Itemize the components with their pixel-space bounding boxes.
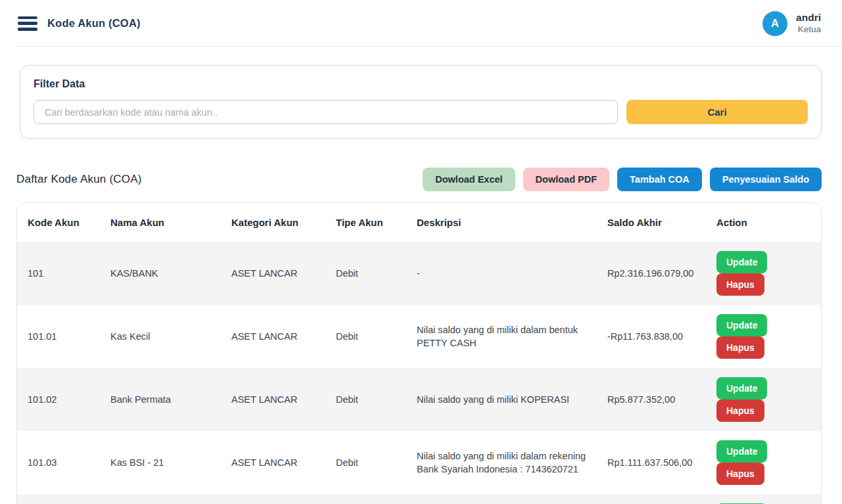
cell-saldo-akhir: Rp1.111.637.506,00 [597, 431, 706, 494]
cell-nama-akun: Kas BSI - 21 [100, 431, 221, 494]
update-button[interactable]: Update [716, 440, 767, 463]
cell-tipe-akun: Debit [325, 368, 406, 431]
cell-kode-akun: 101.04 [17, 494, 100, 504]
download-pdf-button[interactable]: Dowload PDF [523, 168, 609, 191]
cell-tipe-akun: Debit [325, 242, 406, 305]
cell-nama-akun: KAS/BANK [100, 242, 221, 305]
cell-action: Update Hapus [706, 431, 821, 494]
cell-tipe-akun: Debit [325, 431, 406, 494]
cell-saldo-akhir: Rp2.316.196.079,00 [597, 242, 706, 305]
filter-title: Filter Data [34, 78, 808, 90]
hapus-button[interactable]: Hapus [716, 463, 764, 485]
hapus-button[interactable]: Hapus [716, 400, 764, 422]
cell-saldo-akhir: -Rp11.763.838,00 [597, 305, 706, 368]
cell-kategori-akun: ASET LANCAR [221, 368, 325, 431]
table-row: 101.01 Kas Kecil ASET LANCAR Debit Nilai… [17, 305, 821, 368]
cell-kategori-akun: ASET LANCAR [221, 431, 325, 494]
page-title: Kode Akun (COA) [47, 17, 141, 30]
cell-kode-akun: 101.02 [17, 368, 100, 431]
search-button[interactable]: Cari [626, 100, 808, 124]
user-name: andri [796, 11, 821, 24]
cell-kategori-akun: ASET LANCAR [221, 305, 325, 368]
avatar[interactable]: A [762, 11, 787, 36]
table-row: 101.03 Kas BSI - 21 ASET LANCAR Debit Ni… [17, 431, 821, 494]
user-menu[interactable]: A andri Ketua [762, 11, 821, 36]
cell-tipe-akun: Debit [325, 305, 406, 368]
col-nama-akun: Nama Akun [100, 203, 221, 242]
page: { "header": { "title": "Kode Akun (COA)"… [0, 0, 842, 504]
cell-action: Update Hapus [706, 368, 821, 431]
coa-table-head: Kode Akun Nama Akun Kategori Akun Tipe A… [17, 203, 821, 242]
cell-kode-akun: 101 [17, 242, 100, 305]
list-title: Daftar Kode Akun (COA) [16, 173, 142, 186]
user-role: Ketua [796, 24, 821, 35]
update-button[interactable]: Update [716, 251, 767, 273]
cell-tipe-akun: Debit [325, 494, 406, 504]
hapus-button[interactable]: Hapus [716, 273, 764, 296]
cell-deskripsi: - [406, 242, 597, 305]
filter-row: Cari [34, 100, 808, 124]
penyesuaian-saldo-button[interactable]: Penyesuaian Saldo [710, 168, 822, 191]
update-button[interactable]: Update [716, 314, 767, 336]
cell-action: Update Hapus [706, 242, 821, 305]
col-deskripsi: Deskripsi [406, 203, 597, 242]
table-row: 101 KAS/BANK ASET LANCAR Debit - Rp2.316… [17, 242, 821, 305]
cell-deskripsi: Nilai saldo yang di miliki dalam rekenin… [406, 494, 597, 504]
cell-nama-akun: Bank Permata [100, 368, 221, 431]
coa-table-card: Kode Akun Nama Akun Kategori Akun Tipe A… [16, 202, 822, 504]
coa-table: Kode Akun Nama Akun Kategori Akun Tipe A… [17, 203, 821, 504]
user-info: andri Ketua [796, 11, 821, 35]
download-excel-button[interactable]: Dowload Excel [423, 168, 515, 191]
tambah-coa-button[interactable]: Tambah COA [617, 168, 702, 191]
list-actions: Dowload Excel Dowload PDF Tambah COA Pen… [423, 168, 822, 191]
col-kode-akun: Kode Akun [17, 203, 100, 242]
col-tipe-akun: Tipe Akun [325, 203, 406, 242]
header-row: Kode Akun Nama Akun Kategori Akun Tipe A… [17, 203, 821, 242]
cell-nama-akun: Kas BSI - 97 [100, 494, 221, 504]
cell-kode-akun: 101.03 [17, 431, 100, 494]
col-kategori-akun: Kategori Akun [221, 203, 325, 242]
cell-deskripsi: Nilai saldo yang di miliki dalam bentuk … [406, 305, 597, 368]
update-button[interactable]: Update [716, 377, 767, 400]
avatar-initial: A [771, 18, 779, 30]
cell-nama-akun: Kas Kecil [100, 305, 221, 368]
col-saldo-akhir: Saldo Akhir [597, 203, 706, 242]
cell-saldo-akhir: Rp515.998.239,00 [597, 494, 706, 504]
hamburger-menu-icon[interactable] [18, 16, 37, 31]
cell-kategori-akun: ASET LANCAR [221, 494, 325, 504]
list-header: Daftar Kode Akun (COA) Dowload Excel Dow… [16, 168, 822, 191]
table-row: 101.04 Kas BSI - 97 ASET LANCAR Debit Ni… [17, 494, 821, 504]
cell-action: Update Hapus [706, 494, 821, 504]
cell-action: Update Hapus [706, 305, 821, 368]
filter-card: Filter Data Cari [20, 65, 822, 139]
cell-saldo-akhir: Rp5.877.352,00 [597, 368, 706, 431]
hapus-button[interactable]: Hapus [716, 336, 764, 359]
topbar: Kode Akun (COA) A andri Ketua [0, 0, 842, 47]
table-row: 101.02 Bank Permata ASET LANCAR Debit Ni… [17, 368, 821, 431]
col-action: Action [706, 203, 821, 242]
cell-deskripsi: Nilai saldo yang di miliki dalam rekenin… [406, 431, 597, 494]
cell-deskripsi: Nilai saldo yang di miliki KOPERASI [406, 368, 597, 431]
cell-kode-akun: 101.01 [17, 305, 100, 368]
search-input[interactable] [34, 100, 618, 124]
coa-table-body: 101 KAS/BANK ASET LANCAR Debit - Rp2.316… [17, 242, 821, 504]
topbar-left: Kode Akun (COA) [18, 16, 141, 31]
cell-kategori-akun: ASET LANCAR [221, 242, 325, 305]
